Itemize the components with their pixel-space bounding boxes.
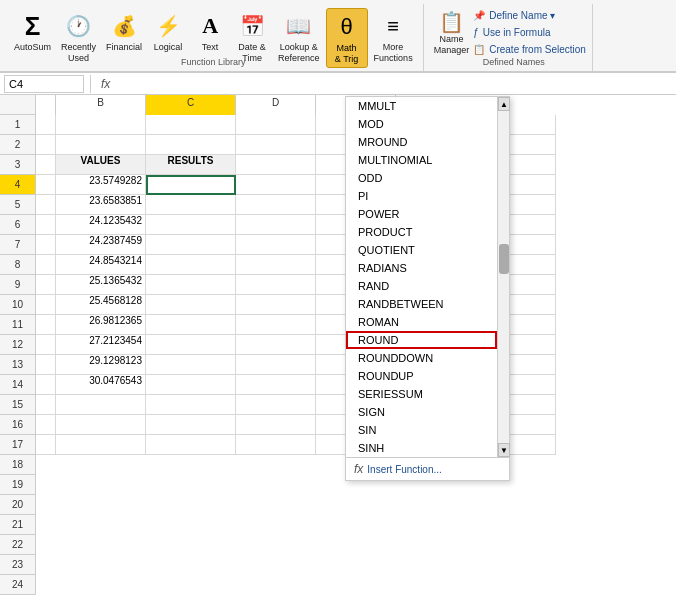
dropdown-item-mmult[interactable]: MMULT: [346, 97, 497, 115]
dropdown-item-sin[interactable]: SIN: [346, 421, 497, 439]
name-box[interactable]: [4, 75, 84, 93]
cell-d11[interactable]: [236, 315, 316, 335]
cell-c11[interactable]: [146, 315, 236, 335]
cell-b16[interactable]: [56, 415, 146, 435]
cell-b13[interactable]: 29.1298123: [56, 355, 146, 375]
cell-a11[interactable]: [36, 315, 56, 335]
cell-c17[interactable]: [146, 435, 236, 455]
dropdown-item-multinomial[interactable]: MULTINOMIAL: [346, 151, 497, 169]
cell-a17[interactable]: [36, 435, 56, 455]
cell-c2[interactable]: [146, 135, 236, 155]
scrollbar-thumb[interactable]: [499, 244, 509, 274]
cell-b15[interactable]: [56, 395, 146, 415]
formula-input[interactable]: [118, 78, 672, 90]
cell-a12[interactable]: [36, 335, 56, 355]
cell-d13[interactable]: [236, 355, 316, 375]
cell-c14[interactable]: [146, 375, 236, 395]
cell-c15[interactable]: [146, 395, 236, 415]
dropdown-item-mround[interactable]: MROUND: [346, 133, 497, 151]
logical-button[interactable]: ⚡ Logical: [148, 8, 188, 55]
cell-d3[interactable]: [236, 155, 316, 175]
cell-a6[interactable]: [36, 215, 56, 235]
cell-a3[interactable]: [36, 155, 56, 175]
cell-d4[interactable]: [236, 175, 316, 195]
cell-a5[interactable]: [36, 195, 56, 215]
cell-d1[interactable]: [236, 115, 316, 135]
cell-c5[interactable]: [146, 195, 236, 215]
col-header-b[interactable]: B: [56, 95, 146, 115]
cell-c1[interactable]: [146, 115, 236, 135]
cell-d5[interactable]: [236, 195, 316, 215]
cell-d9[interactable]: [236, 275, 316, 295]
dropdown-item-rand[interactable]: RAND: [346, 277, 497, 295]
cell-a8[interactable]: [36, 255, 56, 275]
scrollbar-down-arrow[interactable]: ▼: [498, 443, 510, 457]
use-in-formula-button[interactable]: ƒ Use in Formula: [473, 25, 586, 40]
col-header-c[interactable]: C: [146, 95, 236, 115]
cell-a7[interactable]: [36, 235, 56, 255]
cell-d7[interactable]: [236, 235, 316, 255]
cell-d6[interactable]: [236, 215, 316, 235]
dropdown-item-rounddown[interactable]: ROUNDDOWN: [346, 349, 497, 367]
create-from-selection-button[interactable]: 📋 Create from Selection: [473, 42, 586, 57]
cell-c8[interactable]: [146, 255, 236, 275]
text-button[interactable]: A Text: [190, 8, 230, 55]
dropdown-item-roundup[interactable]: ROUNDUP: [346, 367, 497, 385]
dropdown-item-round[interactable]: ROUND: [346, 331, 497, 349]
cell-a16[interactable]: [36, 415, 56, 435]
dropdown-item-mod[interactable]: MOD: [346, 115, 497, 133]
cell-a2[interactable]: [36, 135, 56, 155]
cell-c4[interactable]: [146, 175, 236, 195]
cell-d16[interactable]: [236, 415, 316, 435]
dropdown-item-radians[interactable]: RADIANS: [346, 259, 497, 277]
dropdown-item-power[interactable]: POWER: [346, 205, 497, 223]
define-name-button[interactable]: 📌 Define Name ▾: [473, 8, 586, 23]
cell-c16[interactable]: [146, 415, 236, 435]
cell-b5[interactable]: 23.6583851: [56, 195, 146, 215]
cell-a14[interactable]: [36, 375, 56, 395]
cell-b4[interactable]: 23.5749282: [56, 175, 146, 195]
insert-function-button[interactable]: fx Insert Function...: [346, 457, 509, 480]
cell-b8[interactable]: 24.8543214: [56, 255, 146, 275]
cell-d14[interactable]: [236, 375, 316, 395]
cell-d2[interactable]: [236, 135, 316, 155]
cell-c9[interactable]: [146, 275, 236, 295]
cell-c7[interactable]: [146, 235, 236, 255]
name-manager-button[interactable]: 📋 NameManager: [430, 8, 474, 55]
autosum-button[interactable]: Σ AutoSum: [10, 8, 55, 55]
cell-b1[interactable]: [56, 115, 146, 135]
dropdown-item-sinh[interactable]: SINH: [346, 439, 497, 457]
cell-d12[interactable]: [236, 335, 316, 355]
dropdown-item-product[interactable]: PRODUCT: [346, 223, 497, 241]
cell-d10[interactable]: [236, 295, 316, 315]
cell-b9[interactable]: 25.1365432: [56, 275, 146, 295]
cell-b7[interactable]: 24.2387459: [56, 235, 146, 255]
cell-c13[interactable]: [146, 355, 236, 375]
dropdown-item-randbetween[interactable]: RANDBETWEEN: [346, 295, 497, 313]
cell-a4[interactable]: [36, 175, 56, 195]
cell-b17[interactable]: [56, 435, 146, 455]
cell-b11[interactable]: 26.9812365: [56, 315, 146, 335]
financial-button[interactable]: 💰 Financial: [102, 8, 146, 55]
cell-b10[interactable]: 25.4568128: [56, 295, 146, 315]
cell-c3-results[interactable]: RESULTS: [146, 155, 236, 175]
cell-a15[interactable]: [36, 395, 56, 415]
cell-a10[interactable]: [36, 295, 56, 315]
dropdown-item-quotient[interactable]: QUOTIENT: [346, 241, 497, 259]
cell-c10[interactable]: [146, 295, 236, 315]
dropdown-item-roman[interactable]: ROMAN: [346, 313, 497, 331]
cell-c12[interactable]: [146, 335, 236, 355]
cell-a13[interactable]: [36, 355, 56, 375]
cell-c6[interactable]: [146, 215, 236, 235]
cell-b3-values[interactable]: VALUES: [56, 155, 146, 175]
scrollbar-up-arrow[interactable]: ▲: [498, 97, 510, 111]
cell-b6[interactable]: 24.1235432: [56, 215, 146, 235]
dropdown-item-seriessum[interactable]: SERIESSUM: [346, 385, 497, 403]
cell-b2[interactable]: [56, 135, 146, 155]
cell-b12[interactable]: 27.2123454: [56, 335, 146, 355]
cell-a9[interactable]: [36, 275, 56, 295]
dropdown-scrollbar[interactable]: ▲ ▼: [497, 97, 509, 457]
cell-d8[interactable]: [236, 255, 316, 275]
dropdown-item-pi[interactable]: PI: [346, 187, 497, 205]
col-header-d[interactable]: D: [236, 95, 316, 115]
